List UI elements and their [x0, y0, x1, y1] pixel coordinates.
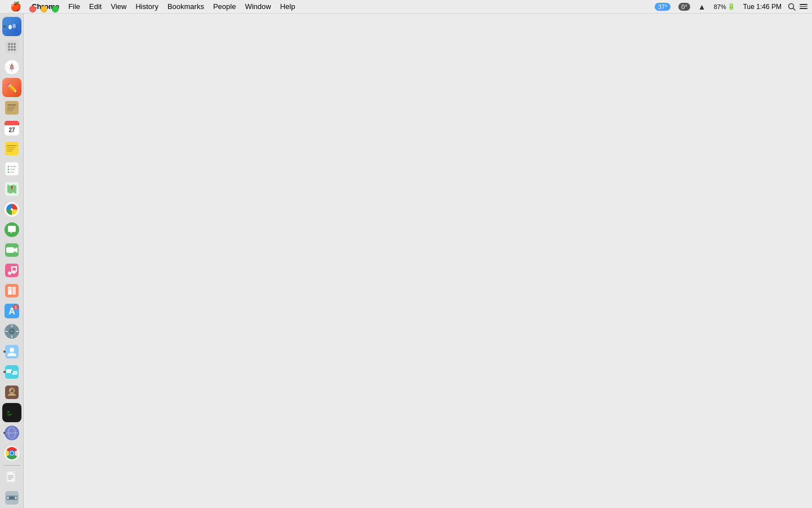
notif-line-2	[800, 6, 807, 7]
menu-file[interactable]: File	[64, 0, 85, 13]
menu-help[interactable]: Help	[276, 0, 300, 13]
svg-text:27: 27	[8, 127, 15, 133]
menu-bookmarks[interactable]: Bookmarks	[163, 0, 209, 13]
svg-rect-32	[7, 147, 15, 148]
menu-history[interactable]: History	[131, 0, 162, 13]
notif-line-3	[800, 8, 807, 9]
svg-rect-71	[5, 331, 8, 332]
svg-point-53	[12, 270, 16, 274]
close-button[interactable]	[29, 6, 36, 12]
maximize-button[interactable]	[52, 6, 59, 12]
svg-rect-70	[11, 335, 12, 338]
svg-rect-39	[10, 169, 15, 170]
dock-item-file-app[interactable]	[2, 98, 21, 117]
calendar-icon: 27	[5, 121, 19, 135]
dock-item-facetime[interactable]	[2, 240, 21, 260]
svg-rect-56	[11, 266, 17, 268]
menu-bar-right: 37° 0° ▲ 87% 🔋 Tue 1:46 PM	[652, 2, 807, 11]
dock-item-terminal[interactable]: >_	[2, 403, 21, 422]
svg-point-10	[11, 46, 13, 48]
clock[interactable]: Tue 1:46 PM	[741, 3, 784, 11]
svg-rect-100	[8, 479, 12, 480]
facetime-icon	[5, 243, 19, 257]
svg-point-4	[12, 24, 16, 28]
svg-rect-28	[5, 123, 19, 125]
books-icon	[5, 284, 19, 297]
apple-menu[interactable]: 🍎	[5, 0, 27, 13]
notification-status[interactable]: 0°	[676, 3, 692, 11]
spotlight-search-button[interactable]	[787, 2, 796, 11]
svg-text:>_: >_	[7, 410, 12, 414]
weather-status[interactable]: 37°	[652, 3, 673, 11]
dock-item-notes[interactable]	[2, 139, 21, 158]
dock-item-system-preferences[interactable]	[2, 322, 21, 341]
dock-item-globe-app[interactable]	[2, 423, 21, 443]
minimize-button[interactable]	[41, 6, 47, 12]
finder-icon	[6, 20, 18, 33]
dock-item-messages[interactable]	[2, 220, 21, 239]
svg-rect-77	[12, 371, 17, 375]
svg-point-6	[8, 43, 10, 45]
dock-item-pinwheel[interactable]	[2, 200, 21, 219]
reminders-icon	[5, 162, 19, 176]
chrome-icon	[5, 446, 19, 461]
menu-window[interactable]: Window	[240, 0, 275, 13]
migration-icon	[5, 365, 19, 379]
dock-item-calendar[interactable]: 27	[2, 119, 21, 138]
dock-item-tape-app[interactable]	[2, 488, 21, 507]
menu-edit[interactable]: Edit	[85, 0, 106, 13]
wifi-status[interactable]: ▲	[696, 2, 708, 11]
svg-rect-37	[10, 166, 16, 167]
svg-point-44	[11, 186, 12, 188]
pinwheel-icon	[5, 202, 19, 217]
search-icon	[788, 3, 796, 11]
svg-point-104	[7, 497, 9, 499]
svg-point-8	[14, 43, 16, 45]
dock-item-appstore[interactable]: A 1	[2, 301, 21, 321]
dock-item-anon-app[interactable]	[2, 383, 21, 402]
dock-item-books[interactable]	[2, 281, 21, 300]
pencil-icon: ✏️	[6, 82, 17, 93]
dock-item-launchpad[interactable]	[2, 37, 21, 56]
menu-view[interactable]: View	[106, 0, 131, 13]
dock-item-maps[interactable]	[2, 179, 21, 199]
svg-point-46	[11, 208, 13, 211]
dock-item-safari[interactable]	[2, 58, 21, 77]
document-icon	[5, 471, 19, 484]
svg-point-14	[14, 49, 16, 51]
svg-rect-21	[5, 101, 19, 115]
svg-rect-85	[7, 414, 12, 415]
dock-item-migration-assistant[interactable]	[2, 362, 21, 382]
svg-text:1: 1	[15, 305, 17, 309]
battery-status[interactable]: 87% 🔋	[712, 3, 738, 10]
system-preferences-icon	[5, 324, 19, 339]
svg-rect-41	[10, 172, 14, 173]
dock-item-contacts[interactable]	[2, 342, 21, 361]
tape-icon	[5, 491, 19, 505]
notification-center-button[interactable]	[800, 4, 807, 9]
dock: ✏️ 27	[0, 14, 24, 508]
dock-item-music[interactable]	[2, 261, 21, 280]
dock-item-finder[interactable]	[2, 17, 21, 36]
svg-rect-86	[7, 415, 11, 416]
appstore-icon: A 1	[5, 304, 19, 318]
svg-rect-2	[6, 20, 18, 33]
dock-item-chrome[interactable]	[2, 444, 21, 463]
svg-rect-22	[7, 104, 16, 106]
wifi-icon: ▲	[698, 2, 706, 11]
menu-people[interactable]: People	[209, 0, 240, 13]
svg-rect-98	[8, 475, 14, 476]
dock-item-reminders[interactable]	[2, 159, 21, 178]
file-icon	[5, 101, 19, 115]
svg-point-11	[14, 46, 16, 48]
svg-point-52	[8, 271, 11, 275]
svg-point-12	[8, 49, 10, 51]
dock-item-writing-app[interactable]: ✏️	[2, 78, 21, 97]
dock-item-document[interactable]	[2, 468, 21, 487]
notification-badge: 0°	[678, 3, 690, 11]
svg-point-74	[10, 348, 14, 352]
notes-icon	[5, 142, 19, 155]
svg-rect-49	[6, 247, 14, 253]
svg-rect-58	[8, 287, 12, 295]
svg-point-105	[15, 497, 17, 499]
